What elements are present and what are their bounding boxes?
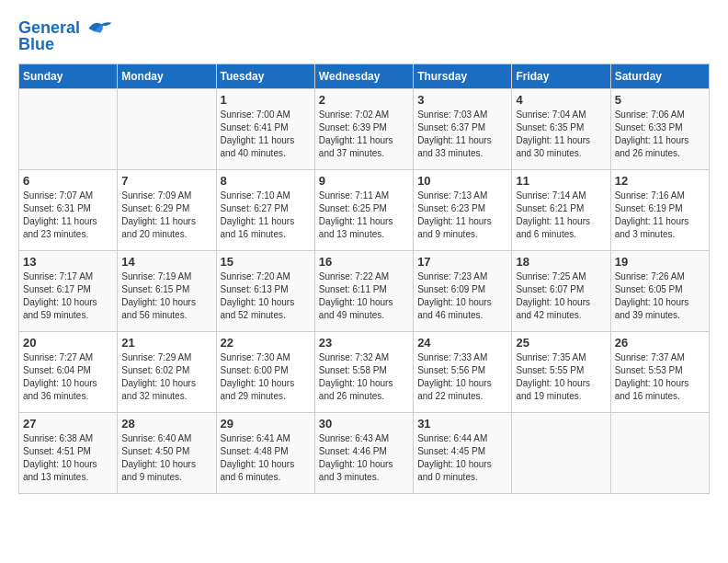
day-number: 19 — [615, 255, 705, 269]
day-info: Sunrise: 7:16 AM Sunset: 6:19 PM Dayligh… — [615, 190, 705, 241]
calendar-week-row: 1Sunrise: 7:00 AM Sunset: 6:41 PM Daylig… — [19, 89, 710, 170]
calendar-cell: 8Sunrise: 7:10 AM Sunset: 6:27 PM Daylig… — [216, 170, 314, 251]
day-info: Sunrise: 7:20 AM Sunset: 6:13 PM Dayligh… — [221, 270, 311, 322]
calendar-cell: 17Sunrise: 7:23 AM Sunset: 6:09 PM Dayli… — [414, 251, 512, 332]
weekday-header-monday: Monday — [118, 64, 216, 89]
day-info: Sunrise: 7:13 AM Sunset: 6:23 PM Dayligh… — [417, 190, 507, 241]
day-number: 30 — [319, 417, 409, 431]
calendar-table: SundayMondayTuesdayWednesdayThursdayFrid… — [18, 63, 710, 494]
day-number: 17 — [417, 255, 507, 269]
calendar-cell: 11Sunrise: 7:14 AM Sunset: 6:21 PM Dayli… — [512, 170, 610, 251]
weekday-header-wednesday: Wednesday — [314, 64, 413, 89]
day-info: Sunrise: 7:32 AM Sunset: 5:58 PM Dayligh… — [319, 351, 409, 403]
calendar-cell: 9Sunrise: 7:11 AM Sunset: 6:25 PM Daylig… — [314, 170, 413, 251]
logo: General Blue — [18, 18, 114, 54]
day-number: 18 — [516, 255, 606, 269]
day-info: Sunrise: 7:30 AM Sunset: 6:00 PM Dayligh… — [221, 351, 311, 403]
calendar-cell: 22Sunrise: 7:30 AM Sunset: 6:00 PM Dayli… — [216, 332, 314, 413]
day-number: 8 — [221, 174, 311, 188]
calendar-cell — [610, 413, 709, 494]
day-number: 4 — [516, 93, 606, 107]
day-number: 12 — [615, 174, 705, 188]
day-info: Sunrise: 6:40 AM Sunset: 4:50 PM Dayligh… — [121, 432, 211, 484]
day-info: Sunrise: 6:38 AM Sunset: 4:51 PM Dayligh… — [23, 432, 113, 484]
day-number: 31 — [417, 417, 507, 431]
day-number: 16 — [319, 255, 409, 269]
calendar-cell: 18Sunrise: 7:25 AM Sunset: 6:07 PM Dayli… — [512, 251, 610, 332]
day-number: 15 — [221, 255, 311, 269]
day-number: 9 — [319, 174, 409, 188]
calendar-cell: 7Sunrise: 7:09 AM Sunset: 6:29 PM Daylig… — [118, 170, 216, 251]
day-number: 21 — [121, 336, 211, 350]
weekday-header-tuesday: Tuesday — [216, 64, 314, 89]
day-info: Sunrise: 7:14 AM Sunset: 6:21 PM Dayligh… — [516, 190, 606, 241]
day-number: 24 — [417, 336, 507, 350]
day-info: Sunrise: 7:17 AM Sunset: 6:17 PM Dayligh… — [23, 270, 113, 322]
day-info: Sunrise: 7:04 AM Sunset: 6:35 PM Dayligh… — [516, 109, 606, 160]
calendar-cell: 24Sunrise: 7:33 AM Sunset: 5:56 PM Dayli… — [414, 332, 512, 413]
day-number: 22 — [221, 336, 311, 350]
calendar-cell: 25Sunrise: 7:35 AM Sunset: 5:55 PM Dayli… — [512, 332, 610, 413]
day-info: Sunrise: 7:09 AM Sunset: 6:29 PM Dayligh… — [121, 190, 211, 241]
calendar-week-row: 13Sunrise: 7:17 AM Sunset: 6:17 PM Dayli… — [19, 251, 710, 332]
calendar-cell: 28Sunrise: 6:40 AM Sunset: 4:50 PM Dayli… — [118, 413, 216, 494]
day-number: 25 — [516, 336, 606, 350]
weekday-header-friday: Friday — [512, 64, 610, 89]
weekday-header-saturday: Saturday — [610, 64, 709, 89]
weekday-header-thursday: Thursday — [414, 64, 512, 89]
day-info: Sunrise: 7:26 AM Sunset: 6:05 PM Dayligh… — [615, 270, 705, 322]
calendar-cell — [512, 413, 610, 494]
day-info: Sunrise: 7:03 AM Sunset: 6:37 PM Dayligh… — [417, 109, 507, 160]
day-number: 23 — [319, 336, 409, 350]
day-info: Sunrise: 7:06 AM Sunset: 6:33 PM Dayligh… — [615, 109, 705, 160]
calendar-cell: 12Sunrise: 7:16 AM Sunset: 6:19 PM Dayli… — [610, 170, 709, 251]
day-info: Sunrise: 7:19 AM Sunset: 6:15 PM Dayligh… — [121, 270, 211, 322]
day-number: 5 — [615, 93, 705, 107]
logo-bird-icon — [86, 18, 114, 39]
day-info: Sunrise: 6:43 AM Sunset: 4:46 PM Dayligh… — [319, 432, 409, 484]
calendar-cell: 23Sunrise: 7:32 AM Sunset: 5:58 PM Dayli… — [314, 332, 413, 413]
calendar-cell: 27Sunrise: 6:38 AM Sunset: 4:51 PM Dayli… — [19, 413, 118, 494]
day-number: 7 — [121, 174, 211, 188]
calendar-cell: 31Sunrise: 6:44 AM Sunset: 4:45 PM Dayli… — [414, 413, 512, 494]
day-number: 29 — [221, 417, 311, 431]
day-info: Sunrise: 7:07 AM Sunset: 6:31 PM Dayligh… — [23, 190, 113, 241]
day-info: Sunrise: 7:33 AM Sunset: 5:56 PM Dayligh… — [417, 351, 507, 403]
calendar-week-row: 27Sunrise: 6:38 AM Sunset: 4:51 PM Dayli… — [19, 413, 710, 494]
day-info: Sunrise: 7:02 AM Sunset: 6:39 PM Dayligh… — [319, 109, 409, 160]
day-number: 6 — [23, 174, 113, 188]
calendar-cell: 20Sunrise: 7:27 AM Sunset: 6:04 PM Dayli… — [19, 332, 118, 413]
day-info: Sunrise: 7:37 AM Sunset: 5:53 PM Dayligh… — [615, 351, 705, 403]
weekday-header-row: SundayMondayTuesdayWednesdayThursdayFrid… — [19, 64, 710, 89]
calendar-cell: 30Sunrise: 6:43 AM Sunset: 4:46 PM Dayli… — [314, 413, 413, 494]
calendar-cell: 13Sunrise: 7:17 AM Sunset: 6:17 PM Dayli… — [19, 251, 118, 332]
day-number: 1 — [221, 93, 311, 107]
day-info: Sunrise: 7:23 AM Sunset: 6:09 PM Dayligh… — [417, 270, 507, 322]
day-number: 2 — [319, 93, 409, 107]
weekday-header-sunday: Sunday — [19, 64, 118, 89]
calendar-cell: 4Sunrise: 7:04 AM Sunset: 6:35 PM Daylig… — [512, 89, 610, 170]
day-info: Sunrise: 7:27 AM Sunset: 6:04 PM Dayligh… — [23, 351, 113, 403]
calendar-cell: 6Sunrise: 7:07 AM Sunset: 6:31 PM Daylig… — [19, 170, 118, 251]
day-number: 27 — [23, 417, 113, 431]
day-info: Sunrise: 7:00 AM Sunset: 6:41 PM Dayligh… — [221, 109, 311, 160]
day-info: Sunrise: 6:41 AM Sunset: 4:48 PM Dayligh… — [221, 432, 311, 484]
calendar-cell: 3Sunrise: 7:03 AM Sunset: 6:37 PM Daylig… — [414, 89, 512, 170]
calendar-week-row: 20Sunrise: 7:27 AM Sunset: 6:04 PM Dayli… — [19, 332, 710, 413]
calendar-cell: 15Sunrise: 7:20 AM Sunset: 6:13 PM Dayli… — [216, 251, 314, 332]
day-number: 11 — [516, 174, 606, 188]
calendar-cell: 26Sunrise: 7:37 AM Sunset: 5:53 PM Dayli… — [610, 332, 709, 413]
day-info: Sunrise: 7:11 AM Sunset: 6:25 PM Dayligh… — [319, 190, 409, 241]
calendar-cell — [118, 89, 216, 170]
calendar-cell: 21Sunrise: 7:29 AM Sunset: 6:02 PM Dayli… — [118, 332, 216, 413]
calendar-cell — [19, 89, 118, 170]
day-info: Sunrise: 7:29 AM Sunset: 6:02 PM Dayligh… — [121, 351, 211, 403]
day-info: Sunrise: 6:44 AM Sunset: 4:45 PM Dayligh… — [417, 432, 507, 484]
day-number: 3 — [417, 93, 507, 107]
calendar-cell: 29Sunrise: 6:41 AM Sunset: 4:48 PM Dayli… — [216, 413, 314, 494]
calendar-cell: 10Sunrise: 7:13 AM Sunset: 6:23 PM Dayli… — [414, 170, 512, 251]
day-number: 14 — [121, 255, 211, 269]
day-info: Sunrise: 7:22 AM Sunset: 6:11 PM Dayligh… — [319, 270, 409, 322]
day-info: Sunrise: 7:10 AM Sunset: 6:27 PM Dayligh… — [221, 190, 311, 241]
day-number: 13 — [23, 255, 113, 269]
